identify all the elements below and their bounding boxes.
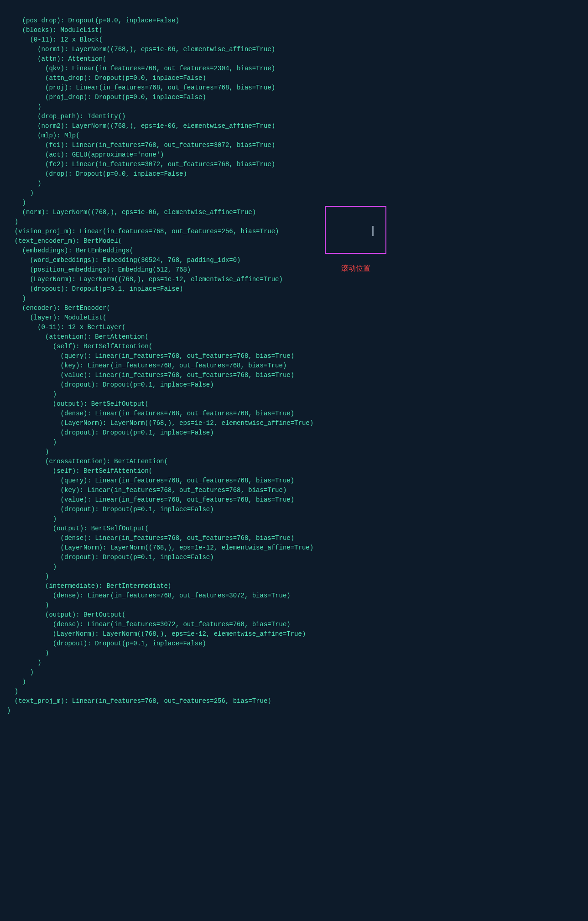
scrollbar-thumb-icon: [372, 226, 374, 236]
highlight-scroll-region: [325, 206, 386, 254]
scroll-position-label: 滚动位置: [341, 263, 370, 274]
model-output-text: (pos_drop): Dropout(p=0.0, inplace=False…: [7, 16, 317, 716]
code-viewer[interactable]: (pos_drop): Dropout(p=0.0, inplace=False…: [7, 16, 317, 716]
